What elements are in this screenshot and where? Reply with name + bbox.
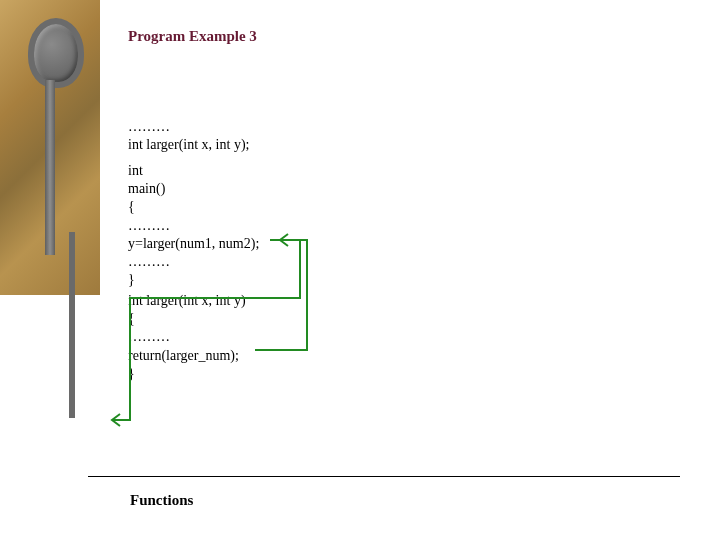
page-title: Program Example 3 (128, 28, 257, 45)
code-line: int (128, 162, 259, 180)
code-line: main() (128, 180, 259, 198)
code-line: return(larger_num); (128, 347, 246, 365)
code-function: int larger(int x, int y) { ……… return(la… (128, 292, 246, 383)
code-main: int main() { ……… y=larger(num1, num2); …… (128, 162, 259, 289)
code-line: ……… (128, 217, 259, 235)
code-line: ……… (128, 118, 249, 136)
code-line: } (128, 365, 246, 383)
code-line: } (128, 271, 259, 289)
code-line: { (128, 310, 246, 328)
code-line: ……… (128, 253, 259, 271)
code-line: int larger(int x, int y) (128, 292, 246, 310)
code-line: { (128, 198, 259, 216)
footer-divider (88, 476, 680, 477)
code-line: y=larger(num1, num2); (128, 235, 259, 253)
code-line: ……… (128, 328, 246, 346)
key-sidebar-image (0, 0, 100, 295)
footer-label: Functions (130, 492, 193, 509)
code-declaration: ……… int larger(int x, int y); (128, 118, 249, 154)
code-line: int larger(int x, int y); (128, 136, 249, 154)
